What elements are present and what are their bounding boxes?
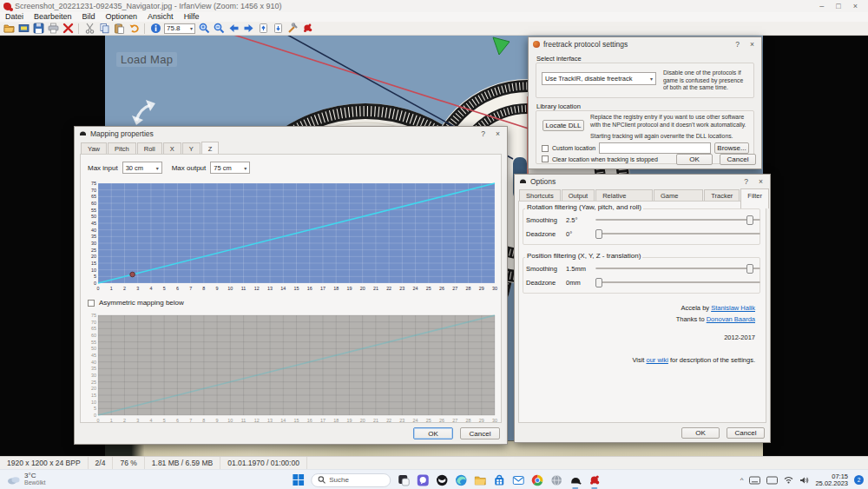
tab-roll[interactable]: Roll: [137, 142, 162, 154]
delete-icon[interactable]: [62, 23, 74, 35]
rotation-deadzone-slider[interactable]: [595, 229, 760, 239]
tab-y[interactable]: Y: [182, 142, 201, 154]
globe-app-icon[interactable]: [549, 473, 562, 486]
tab-yaw[interactable]: Yaw: [81, 142, 107, 154]
zoom-level-combobox[interactable]: 75.8 ▾: [164, 23, 195, 34]
position-deadzone-slider[interactable]: [595, 278, 760, 287]
previous-image-icon[interactable]: [227, 23, 240, 35]
tab-z[interactable]: Z: [201, 142, 220, 154]
temperature-label: 3°C: [24, 472, 46, 479]
interface-select[interactable]: Use TrackIR, disable freetrack ▾: [542, 72, 656, 85]
rotation-smoothing-slider[interactable]: [595, 215, 760, 225]
asymmetric-mapping-checkbox[interactable]: [88, 300, 95, 307]
edge-browser-icon[interactable]: [454, 473, 467, 486]
slideshow-icon[interactable]: [17, 23, 30, 35]
open-folder-icon[interactable]: [3, 23, 15, 35]
menu-datei[interactable]: Datei: [0, 12, 29, 22]
task-view-button[interactable]: [397, 473, 410, 486]
copy-icon[interactable]: [98, 23, 110, 35]
cancel-button[interactable]: Cancel: [727, 427, 765, 439]
mail-app-icon[interactable]: [511, 473, 524, 486]
position-smoothing-slider[interactable]: [595, 264, 760, 274]
weather-widget[interactable]: 3°C Bewölkt: [7, 472, 46, 486]
notification-badge[interactable]: 2: [854, 475, 864, 485]
keyboard-icon[interactable]: [749, 476, 760, 485]
undo-icon[interactable]: [128, 23, 140, 35]
position-filtering-label: Position filtering (X, Y, Z - translatio…: [525, 252, 642, 260]
tab-filter[interactable]: Filter: [740, 188, 769, 208]
cancel-button[interactable]: Cancel: [720, 154, 756, 165]
help-icon[interactable]: ?: [735, 40, 740, 49]
touchpad-icon[interactable]: [766, 476, 778, 485]
first-page-icon[interactable]: [257, 23, 269, 35]
chrome-browser-icon[interactable]: [530, 473, 543, 486]
custom-location-input[interactable]: [599, 142, 711, 154]
menu-bearbeiten[interactable]: Bearbeiten: [29, 12, 77, 22]
svg-text:18: 18: [333, 418, 339, 423]
tab-pitch[interactable]: Pitch: [108, 142, 136, 154]
help-icon[interactable]: ?: [481, 129, 485, 138]
ok-button[interactable]: OK: [681, 427, 720, 439]
opentrack-dialog-icon: [519, 177, 527, 185]
cancel-button[interactable]: Cancel: [460, 427, 500, 439]
print-icon[interactable]: [47, 23, 59, 35]
menu-optionen[interactable]: Optionen: [101, 12, 143, 22]
dark-browser-app-icon[interactable]: [435, 473, 448, 486]
file-explorer-icon[interactable]: [473, 473, 486, 486]
slider-handle[interactable]: [595, 278, 602, 287]
locate-dll-button[interactable]: Locate DLL: [542, 120, 584, 131]
ok-button[interactable]: OK: [676, 154, 713, 165]
wiki-link[interactable]: our wiki: [647, 356, 668, 364]
irfanview-app-icon[interactable]: [588, 473, 601, 486]
microsoft-store-icon[interactable]: [492, 473, 505, 486]
help-icon[interactable]: ?: [744, 177, 748, 186]
taskbar-search[interactable]: Suche: [311, 473, 391, 487]
close-icon[interactable]: ×: [750, 40, 754, 49]
wifi-icon[interactable]: [784, 476, 793, 484]
menu-bild[interactable]: Bild: [77, 12, 101, 22]
tools-icon[interactable]: [286, 23, 299, 35]
tray-chevron-icon[interactable]: ^: [740, 476, 744, 484]
zoom-out-icon[interactable]: [213, 23, 225, 35]
maximize-icon[interactable]: □: [836, 0, 840, 12]
rotation-smoothing-label: Smoothing: [526, 216, 566, 224]
svg-text:12: 12: [254, 286, 260, 291]
slider-handle[interactable]: [746, 215, 753, 225]
close-icon[interactable]: ×: [496, 129, 500, 138]
close-icon[interactable]: ×: [759, 177, 763, 186]
tab-x[interactable]: X: [163, 142, 181, 154]
ok-button[interactable]: OK: [413, 427, 453, 439]
info-icon[interactable]: [149, 23, 161, 35]
paint-icon[interactable]: [301, 23, 313, 35]
svg-text:28: 28: [466, 418, 471, 423]
last-page-icon[interactable]: [272, 23, 284, 35]
save-icon[interactable]: [32, 23, 44, 35]
svg-text:0: 0: [94, 413, 96, 418]
volume-icon[interactable]: [799, 476, 809, 485]
browse-button[interactable]: Browse...: [714, 142, 749, 154]
svg-text:14: 14: [280, 286, 286, 291]
menu-hilfe[interactable]: Hilfe: [179, 12, 205, 22]
slider-handle[interactable]: [746, 264, 753, 274]
menu-ansicht[interactable]: Ansicht: [142, 12, 179, 22]
svg-text:13: 13: [267, 286, 273, 291]
next-image-icon[interactable]: [242, 23, 254, 35]
close-icon[interactable]: ×: [853, 0, 858, 12]
custom-location-checkbox[interactable]: [542, 145, 549, 152]
taskbar-clock[interactable]: 07:15 25.02.2023: [815, 473, 848, 487]
stanislaw-halik-link[interactable]: Stanislaw Halik: [711, 304, 755, 312]
slider-handle[interactable]: [595, 229, 602, 239]
svg-text:65: 65: [91, 194, 96, 199]
clear-location-checkbox[interactable]: [542, 155, 549, 162]
paste-icon[interactable]: [113, 23, 125, 35]
zoom-in-icon[interactable]: [198, 23, 210, 35]
donovan-baarda-link[interactable]: Donovan Baarda: [707, 315, 755, 323]
opentrack-app-icon[interactable]: [569, 473, 582, 486]
minimize-icon[interactable]: –: [819, 0, 824, 12]
cut-icon[interactable]: [83, 23, 95, 35]
start-button[interactable]: [292, 473, 305, 486]
chat-app-icon[interactable]: [416, 473, 429, 486]
mapping-curve-chart[interactable]: 0123456789101112131415161718192021222324…: [84, 181, 499, 292]
max-input-select[interactable]: 30 cm ▾: [122, 162, 162, 174]
max-output-select[interactable]: 75 cm ▾: [210, 162, 250, 174]
